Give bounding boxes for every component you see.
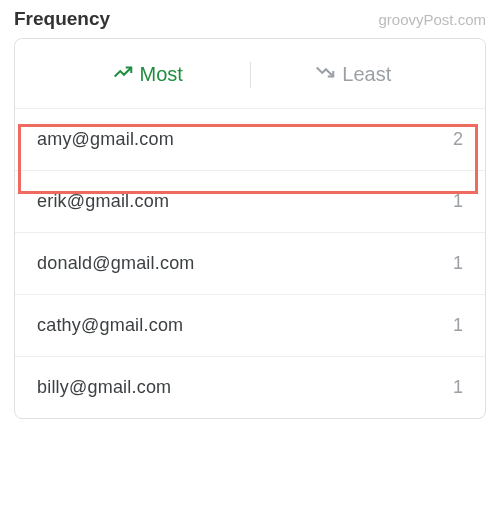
email-value: donald@gmail.com [37,253,195,274]
email-value: amy@gmail.com [37,129,174,150]
tab-least-label: Least [342,63,391,86]
list-item[interactable]: amy@gmail.com 2 [15,108,485,170]
count-value: 1 [453,191,463,212]
count-value: 2 [453,129,463,150]
tab-most-label: Most [140,63,183,86]
tabs: Most Least [15,39,485,108]
list-item[interactable]: donald@gmail.com 1 [15,232,485,294]
trend-down-icon [314,61,336,88]
list-item[interactable]: cathy@gmail.com 1 [15,294,485,356]
frequency-list: amy@gmail.com 2 erik@gmail.com 1 donald@… [15,108,485,418]
tab-least[interactable]: Least [251,61,456,88]
count-value: 1 [453,377,463,398]
panel-title: Frequency [14,8,110,30]
tab-most[interactable]: Most [45,61,250,88]
trend-up-icon [112,61,134,88]
count-value: 1 [453,315,463,336]
watermark: groovyPost.com [378,11,486,28]
count-value: 1 [453,253,463,274]
email-value: erik@gmail.com [37,191,169,212]
email-value: billy@gmail.com [37,377,171,398]
list-item[interactable]: erik@gmail.com 1 [15,170,485,232]
list-item[interactable]: billy@gmail.com 1 [15,356,485,418]
header: Frequency groovyPost.com [0,0,500,30]
email-value: cathy@gmail.com [37,315,183,336]
frequency-card: Most Least amy@gmail.com 2 erik@gmail.co… [14,38,486,419]
